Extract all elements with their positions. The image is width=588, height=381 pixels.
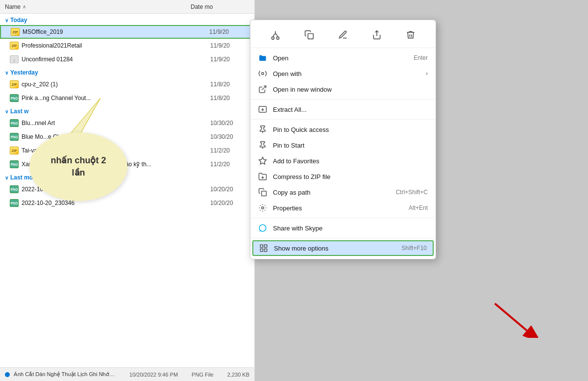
- png-icon: PNG: [10, 119, 19, 127]
- ctx-open[interactable]: Open Enter: [250, 50, 436, 66]
- svg-rect-19: [265, 245, 267, 247]
- column-date-header: Date mo: [191, 3, 249, 10]
- file-date: 11/8/20: [210, 95, 249, 102]
- external-icon: [258, 85, 267, 94]
- red-arrow: [485, 299, 544, 339]
- file-row-professional[interactable]: ZIP Professional2021Retail 11/9/20: [0, 39, 254, 52]
- ctx-open-shortcut: Enter: [414, 54, 428, 61]
- folder-icon: [258, 53, 267, 62]
- ctx-compress-zip[interactable]: Compress to ZIP file: [250, 169, 436, 184]
- ctx-show-more[interactable]: Show more options Shift+F10: [252, 240, 434, 256]
- ctx-pinstart-label: Pin to Start: [273, 142, 428, 149]
- svg-line-3: [276, 34, 277, 37]
- zip-icon: ZIP: [10, 42, 19, 50]
- file-date: 11/2/20: [210, 147, 249, 154]
- ctx-properties-label: Properties: [273, 204, 403, 212]
- file-row-pink[interactable]: PNG Pink a...ng Channel Yout... 11/8/20: [0, 91, 254, 105]
- delete-button[interactable]: [402, 26, 419, 44]
- chevron-icon: ∨: [5, 175, 8, 180]
- file-date: 11/9/20: [210, 42, 249, 49]
- png-icon: PNG: [10, 185, 19, 193]
- copy-path-icon: [258, 188, 267, 197]
- zip-compress-icon: [258, 172, 267, 181]
- file-name: MSOffice_2019: [23, 28, 206, 35]
- png-icon: PNG: [10, 94, 19, 102]
- file-list-area: Name ∧ Date mo ∨ Today ZIP MSOffice_2019…: [0, 0, 255, 381]
- chevron-icon: ∨: [5, 18, 8, 23]
- ctx-openwith-label: Open with: [273, 70, 420, 77]
- ctx-properties-shortcut: Alt+Ent: [409, 204, 428, 211]
- skype-icon: [258, 224, 267, 232]
- ctx-pin-start[interactable]: Pin to Start: [250, 137, 436, 153]
- svg-line-2: [273, 34, 274, 37]
- status-bar: Ảnh Cắt Dán Nghệ Thuật Lịch Ghi Nhớ, Hìn…: [0, 367, 254, 381]
- cut-button[interactable]: [267, 26, 284, 44]
- ctx-compresszip-label: Compress to ZIP file: [273, 173, 428, 180]
- ctx-arrow-icon: ›: [426, 70, 428, 77]
- copy-button[interactable]: [300, 26, 318, 44]
- file-row-unconfirmed[interactable]: ↓ Unconfirmed 01284 11/9/20: [0, 52, 254, 66]
- open-with-icon: [258, 69, 267, 78]
- file-name: 2022-10-20_230346: [22, 200, 207, 206]
- file-explorer: Name ∧ Date mo ∨ Today ZIP MSOffice_2019…: [0, 0, 588, 381]
- svg-rect-6: [308, 34, 313, 39]
- png-icon: PNG: [10, 199, 19, 207]
- file-row-blue2[interactable]: PNG Blue Mo...e Channel Art 10/30/20: [0, 130, 254, 144]
- ctx-share-skype[interactable]: Share with Skype: [250, 220, 436, 236]
- file-row-msoffice[interactable]: ZIP MSOffice_2019 11/9/20: [0, 25, 254, 39]
- status-date: 10/20/2022 9:46 PM: [129, 372, 178, 378]
- star-icon: [258, 156, 267, 165]
- separator-1: [250, 99, 436, 100]
- ctx-add-favorites[interactable]: Add to Favorites: [250, 153, 436, 169]
- ctx-extract-all[interactable]: Extract All...: [250, 102, 436, 117]
- ctx-copypath-shortcut: Ctrl+Shift+C: [396, 189, 428, 196]
- ctx-copypath-label: Copy as path: [273, 189, 390, 196]
- file-date: 10/20/20: [210, 200, 249, 206]
- svg-rect-16: [262, 191, 267, 196]
- separator-3: [250, 218, 436, 218]
- file-date: 11/8/20: [210, 81, 249, 88]
- callout-text: nhấn chuột 2lần: [51, 154, 106, 179]
- ctx-open-new-window[interactable]: Open in new window: [250, 81, 436, 97]
- ctx-properties[interactable]: Properties Alt+Ent: [250, 200, 436, 216]
- ctx-open-with[interactable]: Open with ›: [250, 66, 436, 81]
- svg-rect-18: [260, 245, 263, 247]
- svg-point-1: [276, 37, 279, 39]
- group-yesterday[interactable]: ∨ Yesterday: [0, 66, 254, 77]
- file-row-cpuz[interactable]: ZIP cpu-z_202 (1) 11/8/20: [0, 77, 254, 91]
- more-options-icon: [259, 244, 268, 253]
- rename-button[interactable]: [334, 26, 352, 44]
- file-row-blue1[interactable]: PNG Blu...nnel Art 10/30/20: [0, 116, 254, 130]
- png-icon: PNG: [10, 160, 19, 168]
- svg-rect-20: [260, 249, 263, 252]
- column-name-header[interactable]: Name ∧: [5, 3, 191, 10]
- pin-start-icon: [258, 141, 267, 150]
- chevron-icon: ∨: [5, 109, 8, 114]
- ctx-pinquick-label: Pin to Quick access: [273, 126, 428, 133]
- status-dot: [5, 372, 10, 377]
- pin-icon: [258, 125, 267, 134]
- file-date: 10/20/20: [210, 186, 249, 193]
- file-date: 10/30/20: [210, 133, 249, 140]
- png-icon: PNG: [10, 133, 19, 141]
- download-icon: ↓: [10, 55, 19, 63]
- svg-line-9: [262, 86, 266, 90]
- ctx-copy-path[interactable]: Copy as path Ctrl+Shift+C: [250, 184, 436, 200]
- share-button[interactable]: [368, 26, 386, 44]
- file-row-date2[interactable]: PNG 2022-10-20_230346 10/20/20: [0, 196, 254, 210]
- group-today[interactable]: ∨ Today: [0, 14, 254, 25]
- ctx-pin-quick[interactable]: Pin to Quick access: [250, 122, 436, 137]
- svg-rect-21: [265, 249, 267, 252]
- context-menu-toolbar: [250, 22, 436, 48]
- ctx-extract-label: Extract All...: [273, 106, 428, 113]
- ctx-skype-label: Share with Skype: [273, 225, 428, 232]
- status-filename: Ảnh Cắt Dán Nghệ Thuật Lịch Ghi Nhớ, Hìn…: [14, 371, 116, 378]
- file-list-header: Name ∧ Date mo: [0, 0, 254, 14]
- status-size: 2,230 KB: [227, 372, 249, 378]
- file-date: 11/2/20: [210, 161, 249, 168]
- callout-bubble: nhấn chuột 2lần: [29, 132, 127, 201]
- ctx-showmore-label: Show more options: [274, 245, 395, 252]
- group-lastweek[interactable]: ∨ Last w: [0, 105, 254, 116]
- ctx-showmore-shortcut: Shift+F10: [401, 245, 427, 252]
- zip-icon: ZIP: [10, 80, 19, 88]
